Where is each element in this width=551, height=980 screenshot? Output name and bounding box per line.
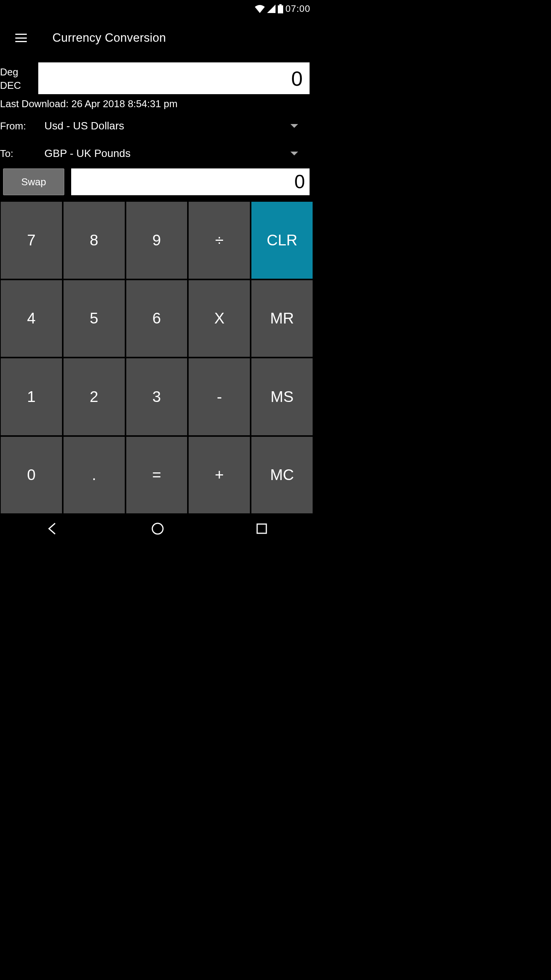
key-multiply[interactable]: X — [189, 280, 250, 357]
key-6[interactable]: 6 — [126, 280, 187, 357]
key-4[interactable]: 4 — [1, 280, 62, 357]
key-9[interactable]: 9 — [126, 202, 187, 279]
key-7[interactable]: 7 — [1, 202, 62, 279]
key-equals[interactable]: = — [126, 437, 187, 514]
wifi-icon — [255, 5, 265, 13]
statusbar: 07:00 — [0, 0, 313, 17]
to-row: To: GBP - UK Pounds — [0, 140, 313, 167]
key-ms[interactable]: MS — [251, 358, 313, 435]
home-button[interactable] — [151, 522, 164, 535]
back-button[interactable] — [46, 522, 60, 536]
mode-dec: DEC — [0, 79, 38, 92]
key-mc[interactable]: MC — [251, 437, 313, 514]
navbar — [0, 514, 313, 543]
result-display: 0 — [71, 168, 310, 195]
key-5[interactable]: 5 — [64, 280, 125, 357]
key-mr[interactable]: MR — [251, 280, 313, 357]
swap-label: Swap — [21, 176, 46, 188]
svg-rect-3 — [257, 524, 266, 533]
key-add[interactable]: + — [189, 437, 250, 514]
chevron-down-icon — [290, 124, 298, 128]
svg-point-2 — [152, 523, 163, 534]
mode-deg: Deg — [0, 65, 38, 79]
svg-rect-0 — [278, 5, 283, 13]
input-value: 0 — [291, 67, 303, 90]
from-value: Usd - US Dollars — [44, 120, 124, 132]
to-label: To: — [0, 148, 44, 160]
from-label: From: — [0, 120, 44, 132]
chevron-down-icon — [290, 152, 298, 155]
cell-icon — [267, 5, 276, 13]
battery-icon — [278, 4, 283, 13]
page-title: Currency Conversion — [52, 31, 166, 45]
input-display[interactable]: 0 — [38, 62, 310, 94]
to-select[interactable]: GBP - UK Pounds — [44, 147, 313, 160]
key-subtract[interactable]: - — [189, 358, 250, 435]
svg-rect-1 — [279, 4, 282, 5]
key-clear[interactable]: CLR — [251, 202, 313, 279]
clock-text: 07:00 — [285, 3, 310, 14]
from-select[interactable]: Usd - US Dollars — [44, 120, 313, 132]
from-row: From: Usd - US Dollars — [0, 112, 313, 140]
key-1[interactable]: 1 — [1, 358, 62, 435]
keypad: 7 8 9 ÷ CLR 4 5 6 X MR 1 2 3 - MS 0 . = … — [0, 201, 313, 514]
key-8[interactable]: 8 — [64, 202, 125, 279]
swap-row: Swap 0 — [0, 167, 313, 201]
to-value: GBP - UK Pounds — [44, 147, 130, 160]
key-dot[interactable]: . — [64, 437, 125, 514]
key-2[interactable]: 2 — [64, 358, 125, 435]
top-section: Deg DEC 0 — [0, 59, 313, 94]
key-3[interactable]: 3 — [126, 358, 187, 435]
key-divide[interactable]: ÷ — [189, 202, 250, 279]
angle-mode[interactable]: Deg DEC — [0, 62, 38, 94]
menu-button[interactable] — [10, 34, 33, 42]
appbar: Currency Conversion — [0, 17, 313, 59]
recent-button[interactable] — [256, 523, 267, 534]
last-download-text: Last Download: 26 Apr 2018 8:54:31 pm — [0, 94, 313, 112]
hamburger-icon — [15, 34, 27, 42]
result-value: 0 — [294, 171, 305, 193]
key-0[interactable]: 0 — [1, 437, 62, 514]
swap-button[interactable]: Swap — [3, 168, 64, 195]
